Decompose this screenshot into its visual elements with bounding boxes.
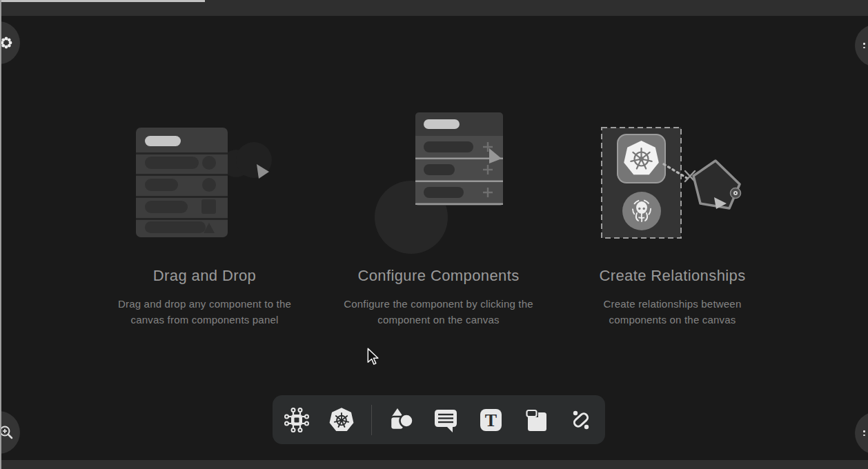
mouse-cursor: [366, 348, 381, 367]
left-edge-line: [0, 0, 1, 469]
component-chip-icon[interactable]: [281, 404, 313, 436]
card-description: Configure the component by clicking the …: [333, 297, 544, 328]
configure-components-illustration-graphic: [342, 103, 535, 255]
drag-and-drop-illustration-graphic: [108, 117, 302, 248]
svg-text:T: T: [485, 410, 497, 430]
card-description: Drag and drop any component to the canva…: [108, 297, 302, 328]
top-left-dial-button[interactable]: [0, 21, 20, 64]
flower-dial-icon: [0, 36, 13, 50]
dock-divider: [371, 405, 372, 435]
top-chrome-bar: [0, 0, 868, 16]
card-title: Create Relationships: [599, 265, 745, 287]
zoom-in-icon: [0, 424, 14, 441]
onboarding-cards-row: Drag and Drop Drag and drop any componen…: [88, 102, 789, 328]
bottom-right-dial-button[interactable]: [855, 412, 868, 455]
card-drag-and-drop: Drag and Drop Drag and drop any componen…: [88, 102, 322, 328]
top-progress-line: [0, 0, 205, 2]
configure-components-illustration: [322, 102, 555, 261]
card-title: Drag and Drop: [153, 265, 257, 287]
top-right-dial-button[interactable]: [855, 24, 868, 67]
card-title: Configure Components: [357, 265, 519, 287]
card-create-relationships: Create Relationships Create relationship…: [555, 102, 789, 328]
card-configure-components: Configure Components Configure the compo…: [322, 102, 555, 328]
edge-dial-icon: [863, 430, 865, 436]
edge-dial-icon: [863, 43, 865, 48]
notes-icon[interactable]: [520, 404, 552, 436]
drag-and-drop-illustration: [88, 102, 322, 261]
comment-icon[interactable]: [430, 404, 462, 436]
card-description: Create relationships between components …: [590, 297, 756, 328]
bottom-left-zoom-button[interactable]: [0, 411, 20, 454]
shapes-icon[interactable]: [385, 404, 417, 436]
create-relationships-illustration: [555, 102, 789, 261]
bottom-chrome-bar: [0, 460, 868, 469]
kubernetes-icon[interactable]: [326, 404, 357, 436]
tools-dock: T: [273, 395, 605, 444]
relationship-link-icon[interactable]: [565, 404, 597, 436]
create-relationships-illustration-graphic: [569, 110, 776, 241]
text-tool-icon[interactable]: T: [475, 404, 506, 436]
